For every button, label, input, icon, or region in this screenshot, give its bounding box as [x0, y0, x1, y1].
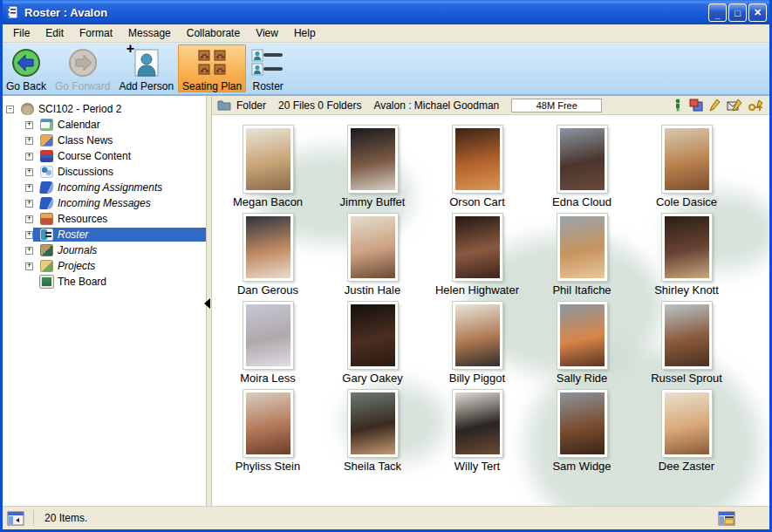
sidebar-item[interactable]: The Board	[3, 274, 206, 290]
student-photo[interactable]	[557, 302, 607, 369]
maximize-button[interactable]: □	[728, 3, 747, 22]
expand-icon[interactable]: +	[25, 247, 33, 255]
sidebar-item[interactable]: + Incoming Assignments	[3, 180, 206, 195]
student-photo[interactable]	[243, 214, 293, 281]
collapse-icon[interactable]: -	[6, 106, 14, 113]
student-card[interactable]: Sally Ride	[529, 302, 634, 390]
pencil-icon[interactable]	[709, 99, 721, 112]
sidebar-item-label: Projects	[58, 260, 95, 272]
sidebar-item[interactable]: + Projects	[3, 258, 206, 274]
student-name: Russel Sprout	[651, 372, 722, 385]
student-photo[interactable]	[662, 126, 712, 193]
expand-icon[interactable]: +	[25, 168, 33, 176]
menu-item[interactable]: Collaborate	[179, 25, 248, 41]
student-photo[interactable]	[453, 214, 502, 281]
student-card[interactable]: Billy Piggot	[425, 302, 529, 390]
expand-icon[interactable]: +	[25, 200, 33, 208]
sidebar-item[interactable]: + Calendar	[3, 117, 206, 133]
sidebar-item[interactable]: + Roster	[3, 227, 206, 242]
close-button[interactable]: ✕	[748, 3, 767, 22]
expand-icon[interactable]: +	[25, 184, 33, 192]
student-photo[interactable]	[453, 126, 502, 193]
folder-icon	[217, 99, 231, 111]
roster-button[interactable]: Roster	[246, 44, 290, 92]
student-photo[interactable]	[348, 126, 398, 193]
student-photo[interactable]	[453, 302, 502, 369]
student-card[interactable]: Moira Less	[215, 302, 320, 390]
key-icon[interactable]	[748, 99, 764, 112]
student-card[interactable]: Dan Gerous	[215, 214, 320, 302]
student-card[interactable]: Phil Itafiche	[529, 214, 634, 302]
sidebar-item[interactable]: + Discussions	[3, 164, 206, 180]
student-photo[interactable]	[243, 302, 293, 369]
student-photo[interactable]	[662, 214, 712, 281]
student-card[interactable]: Russel Sprout	[634, 302, 739, 390]
copy-icon[interactable]	[689, 99, 703, 112]
seating-plan-icon	[196, 46, 228, 79]
free-space-indicator: 48M Free	[511, 99, 602, 113]
student-photo[interactable]	[557, 390, 607, 457]
expand-icon[interactable]: +	[25, 215, 33, 223]
student-card[interactable]: Sam Widge	[529, 390, 634, 478]
student-photo[interactable]	[662, 390, 712, 457]
seating-plan-button[interactable]: Seating Plan	[178, 44, 246, 92]
course-icon	[21, 103, 34, 115]
sidebar-root[interactable]: - SCI102 - Period 2	[3, 101, 206, 117]
student-photo[interactable]	[243, 390, 293, 457]
toggle-detail-pane-icon[interactable]	[718, 511, 735, 526]
sidebar-item[interactable]: + Course Content	[3, 148, 206, 164]
student-card[interactable]: Helen Highwater	[425, 214, 529, 302]
student-card[interactable]: Orson Cart	[425, 126, 529, 214]
minimize-button[interactable]: _	[708, 3, 727, 22]
pane-splitter[interactable]	[206, 96, 212, 506]
student-photo[interactable]	[557, 126, 607, 193]
menu-item[interactable]: Format	[72, 25, 120, 41]
student-card[interactable]: Sheila Tack	[320, 390, 425, 478]
expand-icon[interactable]: +	[25, 137, 33, 145]
compose-mail-icon[interactable]	[727, 99, 742, 112]
sidebar-item[interactable]: + Class News	[3, 133, 206, 148]
files-count: 20 Files 0 Folders	[278, 99, 361, 112]
menu-item[interactable]: Message	[120, 25, 179, 41]
student-photo[interactable]	[348, 302, 398, 369]
menu-item[interactable]: Help	[286, 25, 324, 41]
student-name: Dan Gerous	[237, 283, 298, 297]
go-forward-button[interactable]: Go Forward	[51, 44, 114, 92]
sidebar-item[interactable]: + Journals	[3, 242, 206, 258]
toggle-tree-pane-icon[interactable]	[7, 511, 24, 526]
student-card[interactable]: Shirley Knott	[634, 214, 739, 302]
status-bar: 20 Items.	[0, 506, 772, 529]
add-person-button[interactable]: + Add Person	[114, 44, 178, 92]
student-photo[interactable]	[453, 390, 502, 457]
expand-icon[interactable]: +	[25, 263, 33, 270]
student-photo[interactable]	[662, 302, 712, 369]
person-status-icon[interactable]	[673, 99, 683, 112]
student-card[interactable]: Megan Bacon	[215, 126, 320, 214]
discussions-icon	[40, 166, 53, 178]
student-card[interactable]: Justin Hale	[320, 214, 425, 302]
student-photo[interactable]	[243, 126, 293, 193]
student-photo[interactable]	[348, 214, 398, 281]
student-card[interactable]: Willy Tert	[425, 390, 529, 478]
student-card[interactable]: Edna Cloud	[529, 126, 634, 214]
menu-item[interactable]: File	[5, 25, 38, 41]
go-back-button[interactable]: Go Back	[2, 44, 51, 92]
student-card[interactable]: Jimmy Buffet	[320, 126, 425, 214]
student-card[interactable]: Phyliss Stein	[215, 390, 320, 478]
student-card[interactable]: Cole Dasice	[634, 126, 739, 214]
student-name: Dee Zaster	[659, 460, 714, 473]
sidebar-item[interactable]: + Resources	[3, 211, 206, 227]
student-card[interactable]: Dee Zaster	[634, 390, 739, 478]
student-photo[interactable]	[557, 214, 607, 281]
student-card[interactable]: Gary Oakey	[320, 302, 425, 390]
expand-icon[interactable]: +	[25, 121, 33, 129]
student-photo[interactable]	[348, 390, 398, 457]
sidebar-item-label: Discussions	[58, 166, 113, 178]
expand-icon[interactable]: +	[25, 153, 33, 160]
collapse-pane-icon[interactable]	[204, 298, 210, 309]
sidebar-item[interactable]: + Incoming Messages	[3, 195, 206, 211]
menu-item[interactable]: Edit	[38, 25, 72, 41]
expand-icon[interactable]: +	[25, 231, 33, 239]
owner-label: Avalon : Michael Goodman	[373, 99, 499, 112]
menu-item[interactable]: View	[248, 25, 286, 41]
